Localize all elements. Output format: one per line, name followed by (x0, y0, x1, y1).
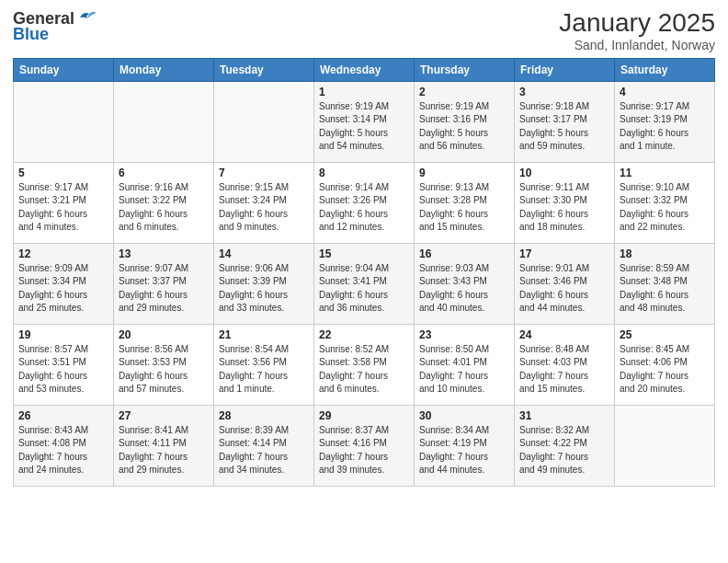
day-number: 28 (219, 409, 309, 422)
page-subtitle: Sand, Innlandet, Norway (559, 38, 715, 52)
calendar-week-3: 12Sunrise: 9:09 AMSunset: 3:34 PMDayligh… (14, 243, 715, 324)
table-row (615, 405, 715, 486)
day-number: 13 (119, 247, 209, 260)
day-info: Sunrise: 9:03 AMSunset: 3:43 PMDaylight:… (419, 262, 509, 316)
day-info: Sunrise: 9:14 AMSunset: 3:26 PMDaylight:… (319, 181, 409, 235)
table-row: 13Sunrise: 9:07 AMSunset: 3:37 PMDayligh… (114, 243, 214, 324)
day-number: 26 (18, 409, 108, 422)
day-info: Sunrise: 9:06 AMSunset: 3:39 PMDaylight:… (219, 262, 309, 316)
day-info: Sunrise: 8:50 AMSunset: 4:01 PMDaylight:… (419, 343, 509, 396)
day-number: 22 (319, 328, 409, 341)
table-row: 11Sunrise: 9:10 AMSunset: 3:32 PMDayligh… (615, 162, 715, 243)
table-row: 20Sunrise: 8:56 AMSunset: 3:53 PMDayligh… (114, 324, 214, 405)
table-row: 6Sunrise: 9:16 AMSunset: 3:22 PMDaylight… (114, 162, 214, 243)
table-row: 17Sunrise: 9:01 AMSunset: 3:46 PMDayligh… (515, 243, 615, 324)
day-info: Sunrise: 8:52 AMSunset: 3:58 PMDaylight:… (319, 343, 409, 396)
table-row: 22Sunrise: 8:52 AMSunset: 3:58 PMDayligh… (314, 324, 415, 405)
day-number: 23 (419, 328, 509, 341)
day-number: 10 (519, 167, 609, 179)
calendar-week-1: 1Sunrise: 9:19 AMSunset: 3:14 PMDaylight… (14, 81, 715, 162)
day-number: 14 (219, 247, 309, 260)
day-number: 6 (119, 167, 209, 179)
table-row: 8Sunrise: 9:14 AMSunset: 3:26 PMDaylight… (314, 162, 415, 243)
day-number: 27 (119, 409, 209, 422)
table-row: 31Sunrise: 8:32 AMSunset: 4:22 PMDayligh… (515, 405, 615, 486)
table-row: 15Sunrise: 9:04 AMSunset: 3:41 PMDayligh… (314, 243, 415, 324)
logo-blue: Blue (13, 26, 49, 42)
day-info: Sunrise: 9:09 AMSunset: 3:34 PMDaylight:… (18, 262, 108, 316)
day-info: Sunrise: 9:18 AMSunset: 3:17 PMDaylight:… (519, 100, 609, 154)
day-info: Sunrise: 9:15 AMSunset: 3:24 PMDaylight:… (219, 181, 309, 235)
table-row: 19Sunrise: 8:57 AMSunset: 3:51 PMDayligh… (14, 324, 114, 405)
table-row: 1Sunrise: 9:19 AMSunset: 3:14 PMDaylight… (314, 81, 415, 162)
day-number: 8 (319, 167, 409, 179)
table-row: 3Sunrise: 9:18 AMSunset: 3:17 PMDaylight… (515, 81, 615, 162)
table-row: 5Sunrise: 9:17 AMSunset: 3:21 PMDaylight… (14, 162, 114, 243)
table-row: 4Sunrise: 9:17 AMSunset: 3:19 PMDaylight… (615, 81, 715, 162)
day-info: Sunrise: 8:34 AMSunset: 4:19 PMDaylight:… (419, 424, 509, 477)
day-number: 7 (219, 167, 309, 179)
calendar: Sunday Monday Tuesday Wednesday Thursday… (13, 58, 715, 487)
day-info: Sunrise: 8:57 AMSunset: 3:51 PMDaylight:… (18, 343, 108, 396)
day-info: Sunrise: 8:56 AMSunset: 3:53 PMDaylight:… (119, 343, 209, 396)
day-number: 18 (620, 247, 710, 260)
table-row: 29Sunrise: 8:37 AMSunset: 4:16 PMDayligh… (314, 405, 415, 486)
calendar-week-2: 5Sunrise: 9:17 AMSunset: 3:21 PMDaylight… (14, 162, 715, 243)
day-info: Sunrise: 9:13 AMSunset: 3:28 PMDaylight:… (419, 181, 509, 235)
col-friday: Friday (515, 58, 615, 81)
table-row: 7Sunrise: 9:15 AMSunset: 3:24 PMDaylight… (214, 162, 314, 243)
day-info: Sunrise: 8:59 AMSunset: 3:48 PMDaylight:… (620, 262, 710, 316)
day-number: 12 (18, 247, 108, 260)
table-row: 23Sunrise: 8:50 AMSunset: 4:01 PMDayligh… (415, 324, 515, 405)
day-info: Sunrise: 9:17 AMSunset: 3:21 PMDaylight:… (18, 181, 108, 235)
day-number: 20 (119, 328, 209, 341)
day-info: Sunrise: 9:17 AMSunset: 3:19 PMDaylight:… (620, 100, 710, 154)
day-info: Sunrise: 9:04 AMSunset: 3:41 PMDaylight:… (319, 262, 409, 316)
table-row: 25Sunrise: 8:45 AMSunset: 4:06 PMDayligh… (615, 324, 715, 405)
day-number: 11 (620, 167, 710, 179)
table-row: 12Sunrise: 9:09 AMSunset: 3:34 PMDayligh… (14, 243, 114, 324)
logo: General Blue (13, 9, 97, 42)
page-title: January 2025 (559, 9, 715, 38)
table-row: 10Sunrise: 9:11 AMSunset: 3:30 PMDayligh… (515, 162, 615, 243)
col-wednesday: Wednesday (314, 58, 415, 81)
day-info: Sunrise: 8:45 AMSunset: 4:06 PMDaylight:… (620, 343, 710, 396)
page: General Blue January 2025 Sand, Innlande… (0, 0, 728, 563)
day-number: 24 (519, 328, 609, 341)
day-info: Sunrise: 8:32 AMSunset: 4:22 PMDaylight:… (519, 424, 609, 477)
day-info: Sunrise: 9:07 AMSunset: 3:37 PMDaylight:… (119, 262, 209, 316)
day-info: Sunrise: 9:10 AMSunset: 3:32 PMDaylight:… (620, 181, 710, 235)
calendar-header-row: Sunday Monday Tuesday Wednesday Thursday… (14, 58, 715, 81)
day-info: Sunrise: 8:54 AMSunset: 3:56 PMDaylight:… (219, 343, 309, 396)
day-number: 31 (519, 409, 609, 422)
table-row: 26Sunrise: 8:43 AMSunset: 4:08 PMDayligh… (14, 405, 114, 486)
table-row: 2Sunrise: 9:19 AMSunset: 3:16 PMDaylight… (415, 81, 515, 162)
table-row: 30Sunrise: 8:34 AMSunset: 4:19 PMDayligh… (415, 405, 515, 486)
day-number: 9 (419, 167, 509, 179)
title-block: January 2025 Sand, Innlandet, Norway (559, 9, 715, 52)
day-info: Sunrise: 9:19 AMSunset: 3:14 PMDaylight:… (319, 100, 409, 154)
day-number: 17 (519, 247, 609, 260)
day-info: Sunrise: 9:01 AMSunset: 3:46 PMDaylight:… (519, 262, 609, 316)
table-row: 28Sunrise: 8:39 AMSunset: 4:14 PMDayligh… (214, 405, 314, 486)
col-tuesday: Tuesday (214, 58, 314, 81)
day-info: Sunrise: 9:11 AMSunset: 3:30 PMDaylight:… (519, 181, 609, 235)
day-number: 16 (419, 247, 509, 260)
calendar-week-4: 19Sunrise: 8:57 AMSunset: 3:51 PMDayligh… (14, 324, 715, 405)
table-row: 9Sunrise: 9:13 AMSunset: 3:28 PMDaylight… (415, 162, 515, 243)
day-info: Sunrise: 8:48 AMSunset: 4:03 PMDaylight:… (519, 343, 609, 396)
day-number: 25 (620, 328, 710, 341)
table-row (14, 81, 114, 162)
table-row: 27Sunrise: 8:41 AMSunset: 4:11 PMDayligh… (114, 405, 214, 486)
day-info: Sunrise: 8:41 AMSunset: 4:11 PMDaylight:… (119, 424, 209, 477)
day-number: 29 (319, 409, 409, 422)
day-number: 5 (18, 167, 108, 179)
table-row: 14Sunrise: 9:06 AMSunset: 3:39 PMDayligh… (214, 243, 314, 324)
header: General Blue January 2025 Sand, Innlande… (13, 9, 715, 52)
day-number: 3 (519, 86, 609, 98)
day-number: 2 (419, 86, 509, 98)
table-row (114, 81, 214, 162)
col-thursday: Thursday (415, 58, 515, 81)
day-number: 30 (419, 409, 509, 422)
table-row (214, 81, 314, 162)
